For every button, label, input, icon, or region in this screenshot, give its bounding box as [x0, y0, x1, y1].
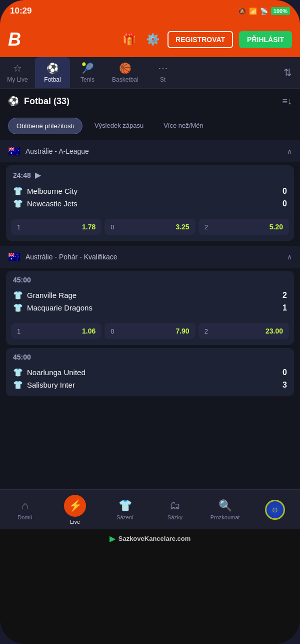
odd-value-2: 3.25	[176, 223, 189, 231]
team2-score: 0	[277, 199, 287, 208]
odd-1-draw[interactable]: 0 3.25	[104, 219, 195, 235]
bottom-nav: ⌂ Domů ⚡ Live 👕 Sázení 🗂 Sázky 🔍 Prozkou…	[0, 489, 300, 529]
section-title-text: Fotbal (33)	[24, 96, 70, 107]
odd-1-away[interactable]: 2 5.20	[198, 219, 289, 235]
macquarie-shirt-icon: 👕	[13, 303, 23, 312]
fotbal-section-icon: ⚽	[8, 96, 19, 107]
live-stream-icon[interactable]: ▶	[35, 170, 41, 180]
tab-fotbal-label: Fotbal	[44, 76, 60, 83]
odd-value-1: 1.78	[82, 223, 96, 231]
granville-score: 2	[277, 291, 287, 300]
match-time-2: 45:00	[13, 276, 31, 284]
team-row-4: 👕 Macquarie Dragons 1	[13, 301, 287, 314]
st-icon: ⋯	[158, 62, 168, 74]
fotbal-icon: ⚽	[46, 62, 59, 74]
sort-button[interactable]: ⇅	[276, 62, 300, 84]
phone-frame: 10:29 🔕 📶 📡 100% B 🎁 ⚙️ REGISTROVAT PŘIH…	[0, 0, 300, 644]
casino-chip-icon: ⊙	[265, 500, 285, 520]
login-button[interactable]: PŘIHLÁSIT	[239, 31, 292, 48]
team1-score: 0	[277, 187, 287, 196]
league-pohar-chevron: ∧	[287, 253, 292, 261]
odd-value-3: 5.20	[270, 223, 283, 231]
salisbury-shirt-icon: 👕	[13, 380, 23, 390]
footer: ▶ SazkoveKancelare.com	[0, 529, 300, 547]
filter-pills: Oblíbené příležitosti Výsledek zápasu Ví…	[0, 114, 300, 140]
footer-text: SazkoveKancelare.com	[118, 535, 191, 542]
pill-vice[interactable]: Více než/Mén	[156, 118, 212, 134]
team-row-6: 👕 Salisbury Inter 3	[13, 379, 287, 391]
nav-live-label: Live	[70, 519, 80, 525]
live-bolt-icon: ⚡	[68, 499, 82, 512]
australia-flag: 🇦🇺	[8, 145, 20, 157]
pill-vysledek[interactable]: Výsledek zápasu	[86, 118, 152, 134]
status-bar: 10:29 🔕 📶 📡 100%	[0, 0, 300, 22]
odd-2-draw[interactable]: 0 7.90	[104, 323, 195, 339]
nav-sazky-label: Sázky	[168, 514, 182, 520]
filter-icon[interactable]: ≡↓	[282, 96, 292, 107]
tab-st-label: St	[160, 76, 166, 83]
granville-name: Granville Rage	[27, 291, 273, 299]
nav-casino[interactable]: ⊙	[260, 500, 290, 520]
tab-tenis-label: Tenis	[80, 76, 94, 83]
app-logo: B	[8, 29, 114, 50]
section-title: ⚽ Fotbal (33)	[8, 96, 70, 107]
live-icon-wrap: ⚡	[64, 495, 86, 517]
team-row-5: 👕 Noarlunga United 0	[13, 366, 287, 379]
basketbal-icon: 🏀	[119, 62, 132, 74]
odd-2-value-2: 7.90	[176, 327, 189, 335]
odds-row-1: 1 1.78 0 3.25 2 5.20	[6, 215, 294, 241]
team-row-3: 👕 Granville Rage 2	[13, 289, 287, 301]
my-live-icon: ☆	[13, 62, 22, 74]
nav-sazeni[interactable]: 👕 Sázení	[110, 499, 140, 520]
team1-name: Melbourne City	[27, 187, 273, 195]
noarlunga-shirt-icon: 👕	[13, 368, 23, 377]
nav-prozkoumat-label: Prozkoumat	[210, 514, 240, 520]
settings-icon[interactable]: ⚙️	[146, 33, 160, 46]
gift-icon[interactable]: 🎁	[122, 33, 136, 46]
match-time-3: 45:00	[13, 353, 31, 361]
tab-my-live-label: My Live	[7, 76, 28, 83]
pill-oblibene[interactable]: Oblíbené příležitosti	[8, 118, 82, 134]
league-pohar-name: Austrálie - Pohár - Kvalifikace	[26, 253, 282, 261]
team2-shirt-icon: 👕	[13, 199, 23, 208]
odds-row-2: 1 1.06 0 7.90 2 23.00	[6, 319, 294, 345]
status-time: 10:29	[10, 6, 32, 16]
odd-2-home[interactable]: 1 1.06	[11, 323, 102, 339]
team1-shirt-icon: 👕	[13, 186, 23, 196]
nav-sazky[interactable]: 🗂 Sázky	[160, 499, 190, 520]
nav-prozkoumat[interactable]: 🔍 Prozkoumat	[210, 499, 240, 520]
home-icon: ⌂	[22, 499, 28, 512]
tab-my-live[interactable]: ☆ My Live	[0, 57, 35, 88]
battery-icon: 100%	[271, 7, 290, 15]
match-teams-1: 👕 Melbourne City 0 👕 Newcastle Jets 0	[6, 183, 294, 215]
nav-tabs: ☆ My Live ⚽ Fotbal 🎾 Tenis 🏀 Basketbal ⋯…	[0, 57, 300, 89]
odd-label-2: 0	[110, 223, 114, 231]
odd-2-away[interactable]: 2 23.00	[198, 323, 289, 339]
odd-2-value-1: 1.06	[82, 327, 96, 335]
league-a-league[interactable]: 🇦🇺 Austrálie - A-League ∧	[0, 140, 300, 162]
salisbury-score: 3	[277, 381, 287, 390]
wifi-icon: 📡	[260, 8, 268, 15]
sazeni-icon: 👕	[118, 499, 132, 512]
app-header: B 🎁 ⚙️ REGISTROVAT PŘIHLÁSIT	[0, 22, 300, 57]
australia-flag-2: 🇦🇺	[8, 251, 20, 263]
match-card-granville: 45:00 👕 Granville Rage 2 👕 Macquarie Dra…	[6, 271, 294, 345]
match-time-1: 24:48	[13, 171, 31, 179]
tab-basketbal[interactable]: 🏀 Basketbal	[105, 57, 146, 88]
match-teams-2: 👕 Granville Rage 2 👕 Macquarie Dragons 1	[6, 287, 294, 319]
nav-home-label: Domů	[18, 514, 32, 520]
team-row-1: 👕 Melbourne City 0	[13, 185, 287, 197]
status-icons: 🔕 📶 📡 100%	[238, 7, 290, 15]
odd-1-home[interactable]: 1 1.78	[11, 219, 102, 235]
league-pohar[interactable]: 🇦🇺 Austrálie - Pohár - Kvalifikace ∧	[0, 246, 300, 268]
nav-home[interactable]: ⌂ Domů	[10, 499, 40, 520]
register-button[interactable]: REGISTROVAT	[168, 31, 233, 48]
odd-2-label-1: 1	[17, 328, 20, 335]
tab-st[interactable]: ⋯ St	[146, 57, 180, 88]
tab-tenis[interactable]: 🎾 Tenis	[70, 57, 105, 88]
nav-live[interactable]: ⚡ Live	[60, 495, 90, 525]
mute-icon: 🔕	[238, 8, 246, 15]
search-icon: 🔍	[218, 499, 232, 512]
footer-play-icon: ▶	[110, 534, 116, 543]
tab-fotbal[interactable]: ⚽ Fotbal	[35, 57, 70, 88]
